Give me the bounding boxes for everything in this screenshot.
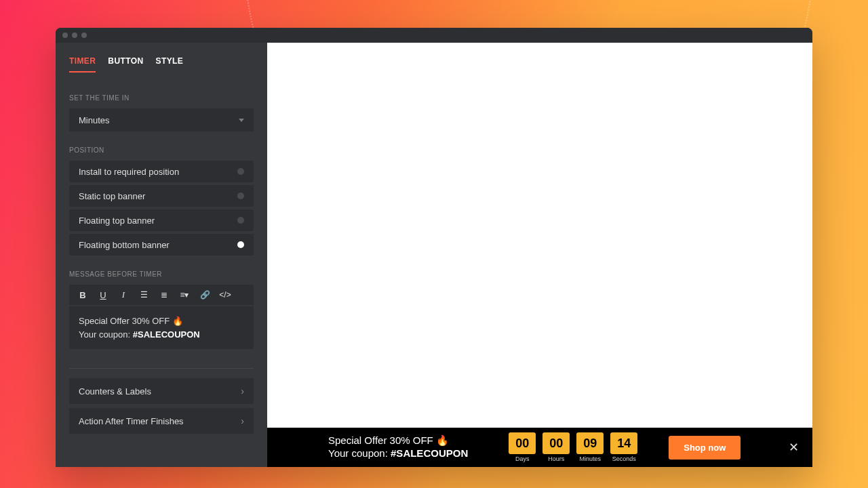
align-icon[interactable]: ≡▾ bbox=[179, 290, 190, 300]
tab-timer[interactable]: TIMER bbox=[69, 56, 96, 73]
code-icon[interactable]: </> bbox=[220, 290, 231, 300]
timer-days: 00 Days bbox=[509, 432, 536, 462]
position-option-install[interactable]: Install to required position bbox=[69, 161, 254, 182]
chevron-down-icon bbox=[239, 119, 244, 122]
timer-seconds: 14 Seconds bbox=[610, 432, 637, 462]
position-option-floating-top[interactable]: Floating top banner bbox=[69, 209, 254, 231]
close-icon[interactable]: ✕ bbox=[789, 440, 799, 455]
window-dot bbox=[62, 33, 68, 38]
rte-textarea[interactable]: Special Offer 30% OFF 🔥 Your coupon: #SA… bbox=[69, 306, 254, 349]
countdown-banner: Special Offer 30% OFF 🔥 Your coupon: #SA… bbox=[267, 428, 812, 467]
accordion-action-after[interactable]: Action After Timer Finishes › bbox=[69, 408, 254, 434]
time-unit-select[interactable]: Minutes bbox=[69, 108, 254, 131]
radio-icon bbox=[237, 217, 244, 224]
accordion-counters-labels[interactable]: Counters & Labels › bbox=[69, 378, 254, 404]
preview-canvas: Special Offer 30% OFF 🔥 Your coupon: #SA… bbox=[267, 43, 812, 467]
rte-toolbar: B U I ☰ ≣ ≡▾ 🔗 </> bbox=[69, 285, 254, 305]
position-label: POSITION bbox=[69, 146, 254, 154]
underline-icon[interactable]: U bbox=[98, 290, 108, 300]
position-options: Install to required position Static top … bbox=[69, 161, 254, 256]
timer-label: Hours bbox=[548, 455, 564, 462]
timer-minutes: 09 Minutes bbox=[576, 432, 604, 462]
timer-value: 09 bbox=[576, 432, 604, 454]
position-option-static-top[interactable]: Static top banner bbox=[69, 185, 254, 207]
rte-line: Special Offer 30% OFF 🔥 bbox=[79, 314, 244, 328]
time-in-label: SET THE TIME IN bbox=[69, 94, 254, 102]
radio-icon bbox=[237, 241, 244, 248]
bold-icon[interactable]: B bbox=[77, 290, 88, 300]
chevron-right-icon: › bbox=[241, 386, 244, 396]
accordion-label: Counters & Labels bbox=[79, 386, 151, 396]
timer-value: 00 bbox=[542, 432, 570, 454]
timer-label: Minutes bbox=[579, 455, 601, 462]
radio-icon bbox=[237, 168, 244, 175]
settings-tabs: TIMER BUTTON STYLE bbox=[69, 43, 254, 79]
italic-icon[interactable]: I bbox=[118, 289, 129, 300]
time-unit-value: Minutes bbox=[79, 115, 110, 125]
timer-label: Seconds bbox=[612, 455, 636, 462]
link-icon[interactable]: 🔗 bbox=[199, 290, 210, 300]
timer-value: 00 bbox=[509, 432, 536, 454]
rte-line: Your coupon: #SALECOUPON bbox=[79, 328, 244, 342]
accordion-label: Action After Timer Finishes bbox=[79, 416, 184, 426]
position-option-label: Floating top banner bbox=[79, 216, 155, 226]
bullet-list-icon[interactable]: ☰ bbox=[138, 290, 149, 300]
app-window: TIMER BUTTON STYLE SET THE TIME IN Minut… bbox=[56, 28, 812, 467]
window-dot bbox=[81, 33, 87, 38]
message-label: MESSAGE BEFORE TIMER bbox=[69, 270, 254, 278]
countdown-timer: 00 Days 00 Hours 09 Minutes 14 Seconds bbox=[509, 432, 637, 462]
tab-button[interactable]: BUTTON bbox=[108, 56, 143, 73]
position-option-label: Floating bottom banner bbox=[79, 240, 170, 250]
position-option-floating-bottom[interactable]: Floating bottom banner bbox=[69, 234, 254, 256]
cta-button[interactable]: Shop now bbox=[669, 436, 741, 460]
banner-message: Special Offer 30% OFF 🔥 Your coupon: #SA… bbox=[328, 434, 468, 460]
position-option-label: Install to required position bbox=[79, 167, 179, 177]
titlebar bbox=[56, 28, 812, 43]
numbered-list-icon[interactable]: ≣ bbox=[159, 290, 170, 300]
window-dot bbox=[72, 33, 77, 38]
position-option-label: Static top banner bbox=[79, 191, 145, 201]
radio-icon bbox=[237, 192, 244, 199]
timer-label: Days bbox=[515, 455, 530, 462]
rich-text-editor: B U I ☰ ≣ ≡▾ 🔗 </> Special Offer 30% OFF… bbox=[69, 285, 254, 349]
timer-hours: 00 Hours bbox=[542, 432, 570, 462]
timer-value: 14 bbox=[610, 432, 637, 454]
banner-line: Special Offer 30% OFF 🔥 bbox=[328, 434, 468, 447]
divider bbox=[69, 368, 254, 369]
settings-sidebar: TIMER BUTTON STYLE SET THE TIME IN Minut… bbox=[56, 43, 267, 467]
banner-line: Your coupon: #SALECOUPON bbox=[328, 447, 468, 460]
tab-style[interactable]: STYLE bbox=[156, 56, 184, 73]
chevron-right-icon: › bbox=[241, 415, 244, 426]
